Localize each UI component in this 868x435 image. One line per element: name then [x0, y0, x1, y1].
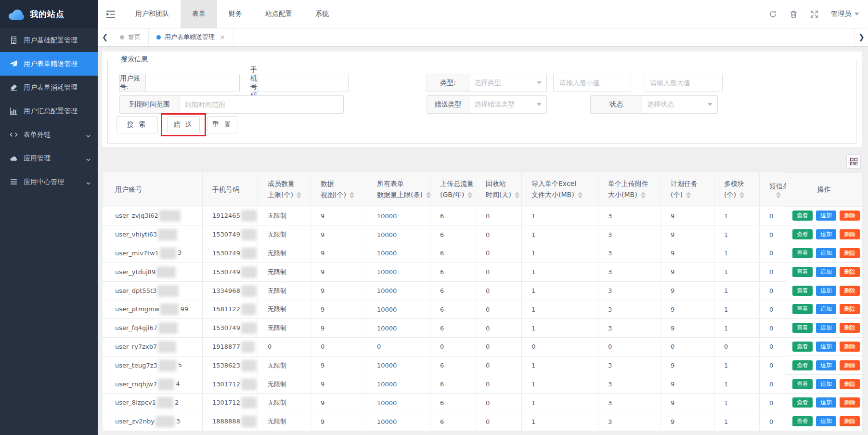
cloud-icon — [10, 154, 18, 162]
gift-type-select[interactable]: 选择赠送类型 — [469, 96, 546, 113]
cell-multi-module: 1 — [714, 244, 760, 263]
cell-excel-size: 1 — [522, 207, 598, 225]
type-select[interactable]: 选择类型 — [469, 74, 546, 92]
nav-item-finance[interactable]: 财务 — [217, 0, 254, 28]
delete-button[interactable]: 删除 — [840, 211, 860, 221]
tab-home[interactable]: 首页 — [112, 28, 149, 46]
cell-multi-module: 1 — [714, 207, 760, 225]
view-button[interactable]: 查看 — [792, 211, 813, 221]
date-range-input[interactable] — [180, 96, 343, 113]
append-button[interactable]: 追加 — [816, 342, 836, 352]
cell-recycle-days: 0 — [476, 207, 522, 225]
delete-button[interactable]: 删除 — [840, 286, 860, 296]
delete-button[interactable]: 删除 — [840, 229, 860, 239]
cell-recycle-days: 0 — [476, 281, 522, 300]
sort-icon[interactable] — [297, 192, 301, 198]
status-select[interactable]: 选择状态 — [642, 96, 717, 113]
view-button[interactable]: 查看 — [792, 248, 813, 258]
sort-icon[interactable] — [467, 192, 472, 198]
nav-item-forms[interactable]: 表单 — [181, 0, 217, 28]
append-button[interactable]: 追加 — [816, 229, 836, 239]
gift-button[interactable]: 赠 送 — [167, 116, 200, 133]
view-button[interactable]: 查看 — [792, 342, 813, 352]
sort-icon[interactable] — [350, 192, 354, 198]
delete-button[interactable]: 删除 — [840, 416, 860, 426]
sort-icon[interactable] — [578, 192, 583, 198]
menu-collapse-icon[interactable] — [98, 0, 124, 28]
sidebar-item-app-center-management[interactable]: 应用中心管理 — [0, 170, 98, 194]
sort-icon[interactable] — [426, 192, 431, 198]
cell-account: user_ry7zxb7 — [103, 338, 203, 356]
status-select-value: 选择状态 — [647, 100, 674, 109]
sort-icon[interactable] — [776, 192, 781, 198]
column-settings-button[interactable] — [846, 154, 861, 169]
select-caret-icon — [537, 103, 542, 106]
delete-button[interactable]: 删除 — [840, 397, 860, 408]
trash-icon[interactable] — [790, 10, 798, 18]
append-button[interactable]: 追加 — [816, 323, 836, 333]
sidebar-item-app-management[interactable]: 应用管理 — [0, 146, 98, 170]
action-column-header: 操作 — [786, 172, 862, 207]
table-header-row: 用户账号 手机号码 成员数量上限(个) 数据视图(个) 所有表单数据量上限(条)… — [103, 172, 829, 207]
delete-button[interactable]: 删除 — [840, 379, 860, 389]
view-button[interactable]: 查看 — [792, 323, 813, 333]
append-button[interactable]: 追加 — [816, 379, 836, 389]
fullscreen-icon[interactable] — [810, 10, 818, 18]
max-value-input[interactable] — [644, 74, 722, 92]
nav-item-site-config[interactable]: 站点配置 — [254, 0, 304, 28]
cell-recycle-days: 0 — [476, 244, 522, 263]
sort-icon[interactable] — [739, 192, 744, 198]
sidebar-item-user-summary-config[interactable]: 用户汇总配置管理 — [0, 99, 98, 123]
phone-input[interactable] — [258, 74, 351, 92]
building-icon — [10, 36, 18, 44]
cell-data-views: 9 — [311, 375, 367, 394]
append-button[interactable]: 追加 — [816, 211, 836, 221]
append-button[interactable]: 追加 — [816, 360, 836, 370]
tabs-scroll-right-icon[interactable]: ❯ — [855, 28, 868, 46]
sort-icon[interactable] — [686, 192, 691, 198]
cell-data-views: 9 — [311, 394, 367, 412]
redaction-blur — [241, 285, 257, 297]
refresh-icon[interactable] — [769, 10, 777, 18]
cell-recycle-days: 0 — [476, 319, 522, 338]
delete-button[interactable]: 删除 — [840, 342, 860, 352]
view-button[interactable]: 查看 — [792, 360, 813, 370]
append-button[interactable]: 追加 — [816, 304, 836, 314]
view-button[interactable]: 查看 — [792, 379, 813, 389]
nav-item-system[interactable]: 系统 — [304, 0, 340, 28]
append-button[interactable]: 追加 — [816, 397, 836, 408]
view-button[interactable]: 查看 — [792, 397, 813, 408]
app-root: 我的站点 用户基础配置管理 用户表单赠送管理 用户表单消耗管理 用户汇总配置管理… — [0, 0, 868, 435]
sort-icon[interactable] — [515, 192, 519, 198]
min-value-field — [553, 74, 631, 92]
view-button[interactable]: 查看 — [792, 416, 813, 426]
view-button[interactable]: 查看 — [792, 286, 813, 296]
delete-button[interactable]: 删除 — [840, 304, 860, 314]
view-button[interactable]: 查看 — [792, 267, 813, 277]
account-input[interactable] — [146, 74, 239, 92]
append-button[interactable]: 追加 — [816, 267, 836, 277]
append-button[interactable]: 追加 — [816, 286, 836, 296]
sidebar-item-user-form-consume[interactable]: 用户表单消耗管理 — [0, 76, 98, 99]
append-button[interactable]: 追加 — [816, 416, 836, 426]
tabs-scroll-left-icon[interactable]: ❮ — [98, 28, 112, 46]
cell-attachment-size: 3 — [598, 356, 661, 375]
delete-button[interactable]: 删除 — [840, 267, 860, 277]
delete-button[interactable]: 删除 — [840, 360, 860, 370]
append-button[interactable]: 追加 — [816, 248, 836, 258]
delete-button[interactable]: 删除 — [840, 323, 860, 333]
delete-button[interactable]: 删除 — [840, 248, 860, 258]
view-button[interactable]: 查看 — [792, 229, 813, 239]
min-value-input[interactable] — [554, 74, 631, 92]
tab-user-form-gift[interactable]: 用户表单赠送管理 × — [149, 28, 233, 46]
sidebar-item-form-external-link[interactable]: 表单外链 — [0, 123, 98, 146]
admin-menu[interactable]: 管理员 — [831, 10, 859, 18]
search-button[interactable]: 搜 索 — [116, 116, 158, 133]
nav-item-users-teams[interactable]: 用户和团队 — [124, 0, 181, 28]
sort-icon[interactable] — [641, 192, 646, 198]
sidebar-item-user-form-gift[interactable]: 用户表单赠送管理 — [0, 52, 98, 76]
view-button[interactable]: 查看 — [792, 304, 813, 314]
reset-button[interactable]: 重 置 — [207, 116, 237, 133]
sidebar-item-user-base-config[interactable]: 用户基础配置管理 — [0, 28, 98, 52]
tab-close-icon[interactable]: × — [220, 33, 225, 41]
